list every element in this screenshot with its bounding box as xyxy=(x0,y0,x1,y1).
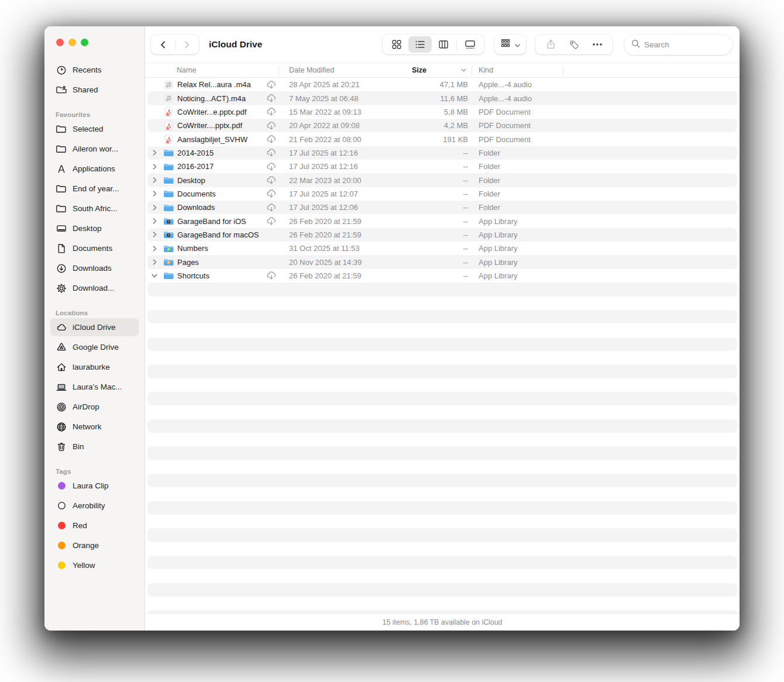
file-row[interactable]: Numbers31 Oct 2025 at 11:53--App Library xyxy=(147,242,737,255)
group-by-button[interactable] xyxy=(494,35,526,54)
column-divider[interactable] xyxy=(472,66,472,75)
sidebar-item-selected[interactable]: Selected xyxy=(50,120,139,138)
sidebar-item-downloads[interactable]: Downloads xyxy=(50,259,139,277)
sidebar-item-shared[interactable]: Shared xyxy=(50,81,139,99)
cloud-download-icon[interactable] xyxy=(266,216,278,226)
sidebar-item-label: Selected xyxy=(73,125,104,133)
column-header-name[interactable]: Name xyxy=(147,66,278,74)
column-divider[interactable] xyxy=(278,66,279,75)
sidebar-item-aerobility[interactable]: Aerobility xyxy=(50,497,139,515)
sidebar-item-google-drive[interactable]: Google Drive xyxy=(50,338,139,356)
chevron-right-icon[interactable] xyxy=(147,232,161,237)
cloud-download-icon[interactable] xyxy=(266,162,278,171)
column-view-button[interactable] xyxy=(432,36,455,53)
empty-row xyxy=(147,337,737,351)
sidebar-item-documents[interactable]: Documents xyxy=(50,239,139,257)
chevron-right-icon[interactable] xyxy=(147,259,161,265)
cloud-download-icon[interactable] xyxy=(266,271,278,280)
icon-wrap xyxy=(56,542,67,549)
icon-view-button[interactable] xyxy=(385,36,408,53)
chevron-right-icon[interactable] xyxy=(147,177,161,183)
cloud-download-icon[interactable] xyxy=(266,175,278,185)
chevron-right-icon[interactable] xyxy=(147,205,161,211)
cloud-download-icon[interactable] xyxy=(266,189,278,198)
file-row[interactable]: Pages20 Nov 2025 at 14:39--App Library xyxy=(147,255,737,268)
sidebar-item-download[interactable]: Download... xyxy=(50,279,139,297)
sidebar-item-red[interactable]: Red xyxy=(50,516,139,535)
sidebar-item-south-afric[interactable]: South Afric... xyxy=(50,199,139,218)
file-row[interactable]: GarageBand for macOS26 Feb 2020 at 21:59… xyxy=(147,228,737,242)
chevron-right-icon[interactable] xyxy=(147,150,161,156)
file-row[interactable]: 2014-201517 Jul 2025 at 12:16--Folder xyxy=(147,146,737,160)
file-row[interactable]: 2016-201717 Jul 2025 at 12:16--Folder xyxy=(147,160,737,173)
search-field[interactable] xyxy=(624,35,733,55)
tag-dot-icon xyxy=(58,482,66,490)
sidebar-item-aileron-wor[interactable]: Aileron wor... xyxy=(50,140,139,158)
file-row[interactable]: CoWriter....pptx.pdf20 Apr 2022 at 09:08… xyxy=(147,119,737,132)
file-row[interactable]: Desktop22 Mar 2023 at 20:00--Folder xyxy=(147,173,737,187)
sidebar-item-yellow[interactable]: Yellow xyxy=(50,556,139,574)
gallery-view-button[interactable] xyxy=(458,36,482,53)
cloud-download-icon[interactable] xyxy=(266,80,278,89)
sidebar-item-label: Orange xyxy=(73,541,99,550)
file-row[interactable]: Downloads17 Jul 2025 at 12:06--Folder xyxy=(147,201,737,214)
sidebar-item-icloud-drive[interactable]: iCloud Drive xyxy=(50,318,139,336)
file-row[interactable]: Aanslagbiljet_SVHW21 Feb 2022 at 08:0019… xyxy=(147,132,737,146)
sidebar-item-lauraburke[interactable]: lauraburke xyxy=(50,358,139,376)
file-kind: Apple...-4 audio xyxy=(472,94,737,103)
empty-row xyxy=(147,310,737,323)
icon-wrap xyxy=(56,204,67,214)
cloud-download-icon[interactable] xyxy=(266,121,278,130)
forward-button[interactable] xyxy=(178,36,196,53)
file-row[interactable]: CoWriter...e.pptx.pdf15 Mar 2022 at 09:1… xyxy=(147,105,737,119)
file-row[interactable]: Shortcuts26 Feb 2020 at 21:59--App Libra… xyxy=(147,269,737,283)
empty-row xyxy=(147,446,737,460)
zoom-button[interactable] xyxy=(81,39,88,46)
more-button[interactable] xyxy=(586,36,609,53)
chevron-right-icon[interactable] xyxy=(147,164,161,170)
back-button[interactable] xyxy=(154,36,171,53)
column-header-date-modified[interactable]: Date Modified xyxy=(278,66,407,74)
sidebar-item-laura-clip[interactable]: Laura Clip xyxy=(50,477,139,495)
file-size: -- xyxy=(407,203,472,212)
history-buttons xyxy=(151,35,199,54)
sidebar-item-orange[interactable]: Orange xyxy=(50,536,139,554)
icon-wrap xyxy=(56,422,67,432)
chevron-down-icon[interactable] xyxy=(147,274,161,278)
cloud-download-icon[interactable] xyxy=(266,94,278,103)
chevron-right-icon[interactable] xyxy=(147,246,161,252)
file-row[interactable]: Noticing...ACT).m4a7 May 2025 at 06:4811… xyxy=(147,91,737,105)
close-button[interactable] xyxy=(56,39,64,46)
column-header-size[interactable]: Size xyxy=(407,66,472,74)
file-row[interactable]: GarageBand for iOS26 Feb 2020 at 21:59--… xyxy=(147,214,737,228)
sidebar-item-desktop[interactable]: Desktop xyxy=(50,219,139,237)
tag-dot-icon xyxy=(58,522,66,529)
share-button[interactable] xyxy=(539,36,562,53)
sidebar-item-airdrop[interactable]: AirDrop xyxy=(50,398,139,416)
tag-button[interactable] xyxy=(562,36,586,53)
file-row[interactable]: Documents17 Jul 2025 at 12:07--Folder xyxy=(147,187,737,201)
column-header-kind[interactable]: Kind xyxy=(472,66,740,74)
chevron-right-icon[interactable] xyxy=(147,191,161,197)
cloud-download-icon[interactable] xyxy=(266,203,278,212)
cloud-download-icon[interactable] xyxy=(266,107,278,116)
sidebar-item-bin[interactable]: Bin xyxy=(50,438,139,456)
sidebar-item-applications[interactable]: Applications xyxy=(50,160,139,178)
list-view-button[interactable] xyxy=(408,36,432,53)
cloud-download-icon[interactable] xyxy=(266,148,278,157)
file-date: 17 Jul 2025 at 12:07 xyxy=(278,190,407,198)
empty-row xyxy=(147,597,737,610)
chevron-right-icon[interactable] xyxy=(147,218,161,224)
sidebar-item-end-of-year[interactable]: End of year... xyxy=(50,180,139,198)
file-row[interactable]: Relax Rel...aura .m4a28 Apr 2025 at 20:2… xyxy=(147,78,737,91)
globe-icon xyxy=(56,422,67,432)
cloud-download-icon[interactable] xyxy=(266,135,278,144)
action-buttons xyxy=(535,35,613,54)
sidebar-item-recents[interactable]: Recents xyxy=(50,61,139,79)
sidebar-item-label: Bin xyxy=(73,442,84,451)
sidebar-item-laura-s-mac[interactable]: Laura’s Mac... xyxy=(50,378,139,396)
search-input[interactable] xyxy=(644,40,727,49)
sidebar-item-network[interactable]: Network xyxy=(50,418,139,436)
column-divider[interactable] xyxy=(563,66,563,75)
minimize-button[interactable] xyxy=(68,39,76,46)
